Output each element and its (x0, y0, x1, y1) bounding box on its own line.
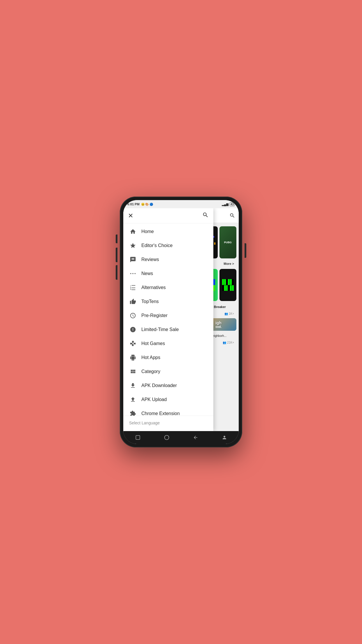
menu-item-category[interactable]: Category (123, 365, 213, 379)
menu-list: Home Editor's Choice (123, 223, 213, 416)
puzzle-icon (129, 410, 137, 416)
menu-item-hot-games[interactable]: Hot Games (123, 337, 213, 351)
mute-button (116, 235, 117, 243)
search-button[interactable] (202, 212, 209, 220)
news-label: News (141, 271, 153, 276)
svg-point-1 (132, 273, 133, 274)
home-label: Home (141, 229, 154, 234)
grid-icon (129, 368, 137, 375)
nav-back-button[interactable] (191, 433, 200, 442)
menu-item-toptens[interactable]: TopTens (123, 295, 213, 309)
chrome-extension-label: Chrome Extension (141, 411, 180, 416)
volume-up-button (116, 248, 117, 262)
alternatives-label: Alternatives (141, 285, 166, 290)
nav-drawer: ✕ Hom (123, 208, 213, 431)
toptens-label: TopTens (141, 299, 159, 304)
signal-icon: ▂▄▆ (222, 203, 229, 206)
status-time: 6:01 PM 😐 🎨 🔵 (127, 202, 153, 206)
power-button (245, 243, 246, 258)
close-button[interactable]: ✕ (128, 213, 133, 219)
hot-games-label: Hot Games (141, 341, 165, 346)
svg-point-8 (164, 435, 169, 440)
limited-sale-label: Limited-Time Sale (141, 327, 179, 332)
apk-downloader-label: APK Downloader (141, 383, 177, 388)
reviews-icon (129, 256, 137, 263)
menu-item-hot-apps[interactable]: Hot Apps (123, 351, 213, 365)
main-content: PUBG More > (123, 208, 239, 431)
card-pixel-2 (219, 269, 236, 301)
svg-point-0 (130, 273, 131, 274)
gamepad-icon (129, 340, 137, 347)
menu-item-home[interactable]: Home (123, 225, 213, 239)
svg-point-2 (135, 273, 136, 274)
news-icon (129, 270, 137, 277)
phone-screen: 6:01 PM 😐 🎨 🔵 ▂▄▆ 43 (123, 200, 239, 444)
status-emoji-icons: 😐 🎨 🔵 (141, 203, 153, 206)
category-label: Category (141, 369, 160, 374)
drawer-header: ✕ (123, 208, 213, 223)
alternatives-icon (129, 284, 137, 291)
menu-item-apk-upload[interactable]: APK Upload (123, 393, 213, 407)
sale-icon (129, 326, 137, 333)
menu-item-alternatives[interactable]: Alternatives (123, 281, 213, 295)
home-icon (129, 228, 137, 235)
menu-item-limited-sale[interactable]: Limited-Time Sale (123, 323, 213, 337)
nav-square-button[interactable] (134, 433, 142, 442)
status-right-icons: ▂▄▆ 43 (222, 202, 235, 206)
editors-choice-label: Editor's Choice (141, 243, 173, 248)
menu-item-reviews[interactable]: Reviews (123, 253, 213, 267)
select-language[interactable]: Select Language (123, 416, 213, 431)
nav-home-button[interactable] (163, 433, 171, 442)
upload-icon (129, 396, 137, 403)
app-screen: 6:01 PM 😐 🎨 🔵 ▂▄▆ 43 (123, 200, 239, 444)
star-icon (129, 242, 137, 249)
bottom-nav (123, 431, 239, 444)
download-icon (129, 382, 137, 389)
menu-item-apk-downloader[interactable]: APK Downloader (123, 379, 213, 393)
menu-item-news[interactable]: News (123, 267, 213, 281)
menu-item-editors-choice[interactable]: Editor's Choice (123, 239, 213, 253)
menu-item-chrome-extension[interactable]: Chrome Extension (123, 407, 213, 416)
nav-person-button[interactable] (220, 433, 229, 442)
menu-item-pre-register[interactable]: Pre-Register (123, 309, 213, 323)
clock-icon (129, 312, 137, 319)
apk-upload-label: APK Upload (141, 397, 167, 402)
volume-down-button (116, 265, 117, 280)
reviews-label: Reviews (141, 257, 159, 262)
battery-icon: 43 (230, 202, 235, 206)
phone-frame: 6:01 PM 😐 🎨 🔵 ▂▄▆ 43 (120, 197, 242, 447)
status-bar: 6:01 PM 😐 🎨 🔵 ▂▄▆ 43 (123, 200, 239, 208)
card-pubg: PUBG (219, 226, 236, 258)
pre-register-label: Pre-Register (141, 313, 168, 318)
thumbsup-icon (129, 298, 137, 305)
svg-rect-7 (136, 435, 140, 440)
android-icon (129, 354, 137, 361)
search-icon-bg (229, 213, 235, 218)
hot-apps-label: Hot Apps (141, 355, 160, 360)
